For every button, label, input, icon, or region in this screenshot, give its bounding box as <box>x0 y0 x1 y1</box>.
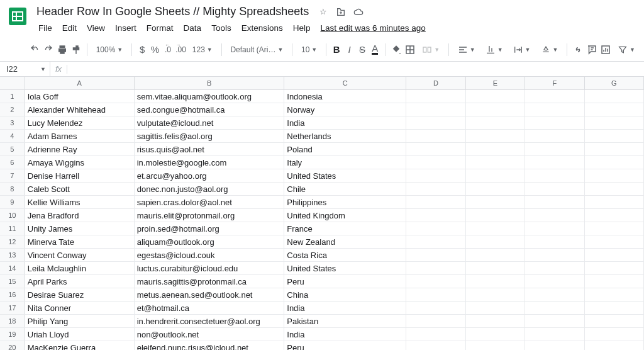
cell[interactable]: metus.aenean.sed@outlook.net <box>135 288 285 301</box>
cell[interactable]: mauris.elit@protonmail.org <box>135 209 285 222</box>
cell[interactable] <box>406 222 465 235</box>
v-align[interactable]: ▼ <box>482 42 507 58</box>
cell[interactable] <box>406 288 465 301</box>
menu-tools[interactable]: Tools <box>207 21 236 35</box>
cell[interactable] <box>466 90 525 103</box>
cell[interactable] <box>406 262 465 274</box>
cell[interactable]: in.hendrerit.consectetuer@aol.org <box>135 315 285 327</box>
cell[interactable]: Pakistan <box>284 315 406 327</box>
cell[interactable] <box>585 235 644 248</box>
cell[interactable] <box>525 315 584 327</box>
menu-format[interactable]: Format <box>142 21 178 35</box>
format-currency[interactable]: $ <box>137 42 147 58</box>
cell[interactable]: Italy <box>284 156 406 169</box>
fill-color-icon[interactable] <box>391 42 402 58</box>
cell[interactable]: Netherlands <box>284 130 406 142</box>
row-header[interactable]: 20 <box>0 341 25 350</box>
cell[interactable] <box>466 103 525 116</box>
cell[interactable]: Adrienne Ray <box>25 143 135 155</box>
cell[interactable]: Kellie Williams <box>25 196 135 208</box>
menu-file[interactable]: File <box>34 21 57 35</box>
cell[interactable]: China <box>284 288 406 301</box>
cell[interactable] <box>585 156 644 169</box>
col-header-E[interactable]: E <box>466 77 525 89</box>
cell[interactable] <box>406 302 465 314</box>
cell[interactable] <box>525 103 584 116</box>
cell[interactable] <box>585 249 644 261</box>
cell[interactable]: Vincent Conway <box>25 249 135 261</box>
cell[interactable]: April Parks <box>25 275 135 288</box>
cell[interactable]: sapien.cras.dolor@aol.net <box>135 196 285 208</box>
col-header-B[interactable]: B <box>135 77 285 89</box>
select-all-corner[interactable] <box>0 77 25 89</box>
cell[interactable]: United Kingdom <box>284 209 406 222</box>
row-header[interactable]: 10 <box>0 209 25 222</box>
cell[interactable] <box>525 130 584 142</box>
doc-title[interactable]: Header Row In Google Sheets // Mighty Sp… <box>34 4 311 20</box>
cell[interactable] <box>585 143 644 155</box>
cell[interactable]: non@outlook.net <box>135 328 285 341</box>
zoom-select[interactable]: 100%▼ <box>92 42 127 58</box>
print-icon[interactable] <box>57 42 68 58</box>
cell[interactable] <box>525 183 584 195</box>
cell[interactable] <box>406 116 465 129</box>
row-header[interactable]: 3 <box>0 116 25 129</box>
borders-icon[interactable] <box>404 42 416 58</box>
col-header-G[interactable]: G <box>585 77 644 89</box>
cell[interactable] <box>466 288 525 301</box>
cell[interactable] <box>466 275 525 288</box>
menu-insert[interactable]: Insert <box>111 21 141 35</box>
h-align[interactable]: ▼ <box>454 42 479 58</box>
row-header[interactable]: 11 <box>0 222 25 235</box>
cell[interactable] <box>466 116 525 129</box>
last-edit-link[interactable]: Last edit was 6 minutes ago <box>316 21 430 35</box>
row-header[interactable]: 9 <box>0 196 25 208</box>
cell[interactable] <box>525 156 584 169</box>
cell[interactable] <box>466 235 525 248</box>
cell[interactable] <box>466 341 525 350</box>
cell[interactable] <box>466 328 525 341</box>
cell[interactable] <box>406 156 465 169</box>
col-header-A[interactable]: A <box>25 77 135 89</box>
cell[interactable]: proin.sed@hotmail.org <box>135 222 285 235</box>
formula-input[interactable] <box>67 62 644 76</box>
row-header[interactable]: 12 <box>0 235 25 248</box>
row-header[interactable]: 2 <box>0 103 25 116</box>
cell[interactable]: Poland <box>284 143 406 155</box>
cell[interactable] <box>585 275 644 288</box>
cell[interactable] <box>406 341 465 350</box>
row-header[interactable]: 6 <box>0 156 25 169</box>
cell[interactable] <box>406 169 465 182</box>
cell[interactable] <box>406 196 465 208</box>
italic-button[interactable]: I <box>344 42 354 58</box>
cell[interactable] <box>466 130 525 142</box>
cell[interactable]: et.arcu@yahoo.org <box>135 169 285 182</box>
cell[interactable] <box>466 169 525 182</box>
cell[interactable]: Amaya Wiggins <box>25 156 135 169</box>
cell[interactable]: Costa Rica <box>284 249 406 261</box>
row-header[interactable]: 1 <box>0 90 25 103</box>
cell[interactable] <box>406 249 465 261</box>
cell[interactable]: Peru <box>284 341 406 350</box>
cell[interactable] <box>406 275 465 288</box>
row-header[interactable]: 8 <box>0 183 25 195</box>
cell[interactable]: in.molestie@google.com <box>135 156 285 169</box>
col-header-C[interactable]: C <box>284 77 406 89</box>
cell[interactable]: Desirae Suarez <box>25 288 135 301</box>
cell[interactable]: eleifend.nunc.risus@icloud.net <box>135 341 285 350</box>
text-color-button[interactable]: A <box>370 42 380 58</box>
cell[interactable]: Philip Yang <box>25 315 135 327</box>
cell[interactable]: United States <box>284 169 406 182</box>
row-header[interactable]: 13 <box>0 249 25 261</box>
bold-button[interactable]: B <box>331 42 341 58</box>
cell[interactable] <box>525 275 584 288</box>
cell[interactable] <box>466 262 525 274</box>
cell[interactable] <box>585 288 644 301</box>
cell[interactable] <box>466 196 525 208</box>
cell[interactable] <box>525 209 584 222</box>
row-header[interactable]: 5 <box>0 143 25 155</box>
cell[interactable]: Denise Harrell <box>25 169 135 182</box>
cell[interactable] <box>525 90 584 103</box>
row-header[interactable]: 18 <box>0 315 25 327</box>
cell[interactable]: United States <box>284 262 406 274</box>
